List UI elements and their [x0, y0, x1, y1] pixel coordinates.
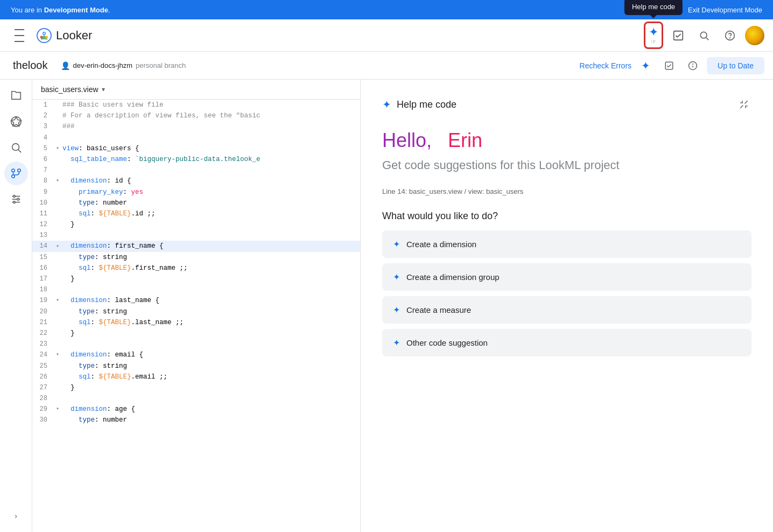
line-number: 19 [32, 295, 54, 306]
svg-point-26 [17, 198, 19, 200]
line-number: 1 [32, 100, 54, 110]
line-content: primary_key: yes [61, 187, 360, 198]
code-line-22[interactable]: 22 } [32, 328, 360, 339]
suggestion-sparkle-icon: ✦ [393, 272, 400, 282]
sidebar-git-button[interactable] [4, 162, 28, 185]
code-line-26[interactable]: 26 sql: ${TABLE}.email ;; [32, 372, 360, 382]
line-fold-arrow [54, 274, 61, 284]
nav-right: Help me code ✦ ☞ [644, 22, 764, 49]
line-number: 12 [32, 219, 54, 230]
sidebar-files-button[interactable] [4, 84, 28, 108]
svg-point-6 [700, 32, 707, 38]
validate-toolbar-button[interactable] [659, 56, 679, 75]
line-fold-arrow[interactable]: ▾ [54, 143, 61, 154]
up-to-date-button[interactable]: Up to Date [707, 57, 764, 74]
line-fold-arrow[interactable]: ▾ [54, 295, 61, 306]
code-line-29[interactable]: 29▾ dimension: age { [32, 404, 360, 415]
line-fold-arrow [54, 100, 61, 110]
code-line-6[interactable]: 6 sql_table_name: `bigquery-public-data.… [32, 154, 360, 165]
expand-sidebar-button[interactable]: › [4, 504, 28, 528]
line-number: 4 [32, 132, 54, 143]
line-content [61, 393, 360, 404]
line-fold-arrow [54, 339, 61, 349]
info-button[interactable] [683, 56, 702, 75]
help-panel: ✦ Help me code Hello, Erin Get code sugg… [361, 80, 773, 532]
code-line-15[interactable]: 15 type: string [32, 252, 360, 263]
suggestion-button-1[interactable]: ✦Create a dimension group [382, 263, 751, 291]
code-line-30[interactable]: 30 type: number [32, 415, 360, 425]
sidebar-settings-button[interactable] [4, 187, 28, 211]
help-me-code-nav-button[interactable]: Help me code ✦ ☞ [644, 22, 663, 49]
code-line-8[interactable]: 8▾ dimension: id { [32, 176, 360, 186]
svg-point-2 [44, 32, 45, 34]
code-line-7[interactable]: 7 [32, 165, 360, 176]
code-line-12[interactable]: 12 } [32, 219, 360, 230]
sidebar-search-button[interactable] [4, 136, 28, 159]
line-fold-arrow[interactable]: ▾ [54, 349, 61, 360]
suggestion-button-3[interactable]: ✦Other code suggestion [382, 329, 751, 356]
line-number: 17 [32, 274, 54, 284]
code-line-4[interactable]: 4 [32, 132, 360, 143]
line-content: sql: ${TABLE}.last_name ;; [61, 317, 360, 328]
exit-dev-mode-button[interactable]: Exit Development Mode [688, 6, 762, 14]
suggestion-button-2[interactable]: ✦Create a measure [382, 296, 751, 324]
hamburger-menu-button[interactable] [9, 25, 30, 46]
code-line-3[interactable]: 3### [32, 121, 360, 132]
code-line-19[interactable]: 19▾ dimension: last_name { [32, 295, 360, 306]
line-fold-arrow [54, 187, 61, 198]
code-editor[interactable]: 1### Basic users view file2# For a descr… [32, 100, 360, 532]
line-fold-arrow[interactable]: ▾ [54, 241, 61, 251]
line-number: 20 [32, 306, 54, 317]
line-content [61, 284, 360, 295]
code-line-17[interactable]: 17 } [32, 274, 360, 284]
code-line-11[interactable]: 11 sql: ${TABLE}.id ;; [32, 208, 360, 219]
search-button[interactable] [693, 25, 715, 46]
line-fold-arrow[interactable]: ▾ [54, 404, 61, 415]
line-number: 27 [32, 382, 54, 393]
code-line-21[interactable]: 21 sql: ${TABLE}.last_name ;; [32, 317, 360, 328]
file-dropdown-arrow[interactable]: ▾ [102, 86, 105, 93]
help-me-code-toolbar-button[interactable]: ✦ [636, 56, 655, 75]
line-number: 8 [32, 176, 54, 186]
svg-point-20 [11, 175, 15, 178]
code-line-28[interactable]: 28 [32, 393, 360, 404]
sidebar-explore-button[interactable] [4, 110, 28, 134]
line-fold-arrow[interactable]: ▾ [54, 176, 61, 186]
line-content: type: string [61, 306, 360, 317]
line-number: 10 [32, 198, 54, 208]
line-number: 22 [32, 328, 54, 339]
suggestion-button-0[interactable]: ✦Create a dimension [382, 230, 751, 258]
line-content: dimension: first_name { [61, 241, 360, 251]
code-line-5[interactable]: 5▾view: basic_users { [32, 143, 360, 154]
validate-button[interactable] [667, 25, 689, 46]
line-fold-arrow [54, 110, 61, 121]
suggestion-label: Create a dimension [406, 240, 476, 249]
line-content: sql: ${TABLE}.first_name ;; [61, 263, 360, 274]
line-number: 16 [32, 263, 54, 274]
line-content: ### [61, 121, 360, 132]
svg-point-9 [730, 37, 730, 38]
recheck-errors-button[interactable]: Recheck Errors [580, 61, 631, 70]
line-fold-arrow [54, 121, 61, 132]
svg-line-7 [706, 37, 709, 40]
code-line-20[interactable]: 20 type: string [32, 306, 360, 317]
user-avatar[interactable] [745, 26, 764, 45]
code-line-14[interactable]: 14▾ dimension: first_name { [32, 241, 360, 251]
code-line-25[interactable]: 25 type: string [32, 361, 360, 372]
code-line-9[interactable]: 9 primary_key: yes [32, 187, 360, 198]
line-fold-arrow [54, 306, 61, 317]
code-line-18[interactable]: 18 [32, 284, 360, 295]
code-line-27[interactable]: 27 } [32, 382, 360, 393]
code-line-16[interactable]: 16 sql: ${TABLE}.first_name ;; [32, 263, 360, 274]
collapse-panel-button[interactable] [736, 97, 751, 112]
project-name: thelook [13, 59, 48, 72]
code-line-2[interactable]: 2# For a description of view files, see … [32, 110, 360, 121]
code-line-1[interactable]: 1### Basic users view file [32, 100, 360, 110]
code-line-23[interactable]: 23 [32, 339, 360, 349]
code-line-10[interactable]: 10 type: number [32, 198, 360, 208]
line-content: } [61, 382, 360, 393]
code-line-24[interactable]: 24▾ dimension: email { [32, 349, 360, 360]
subtitle: Get code suggestions for this LookML pro… [382, 158, 751, 172]
help-button[interactable] [719, 25, 741, 46]
code-line-13[interactable]: 13 [32, 230, 360, 241]
